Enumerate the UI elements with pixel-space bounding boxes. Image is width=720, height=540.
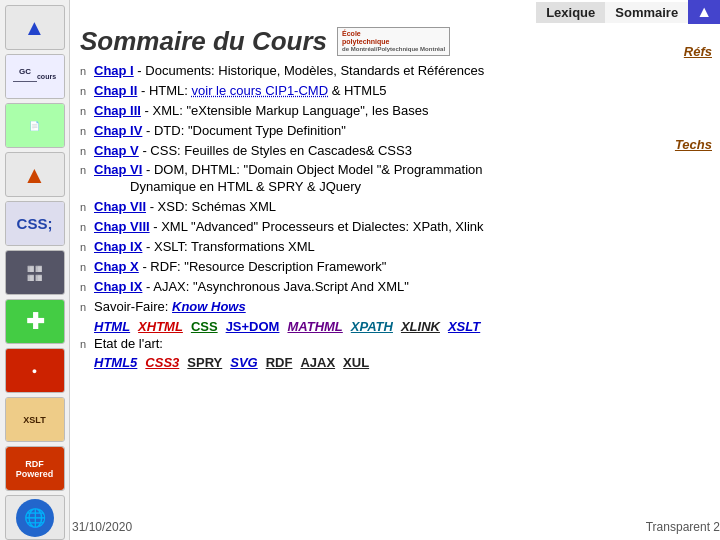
sidebar-item-triangle[interactable]: ▲ (5, 152, 65, 197)
chap6-link[interactable]: Chap VI (94, 162, 142, 177)
top-bar: Lexique Sommaire ▲ (536, 0, 720, 24)
bullet: n (80, 84, 88, 98)
tech-line-1: HTML XHTML CSS JS+DOM MATHML XPATH XLINK… (94, 319, 712, 334)
bullet: n (80, 64, 88, 78)
sidebar-item-layers[interactable]: ▦▦▦▦ (5, 250, 65, 295)
tech-mathml[interactable]: MATHML (287, 319, 342, 334)
oc-icon: GC―――cours (6, 54, 64, 99)
chap-line: Chap VII - XSD: Schémas XML (94, 199, 276, 216)
list-item: n Chap IX - XSLT: Transformations XML (80, 239, 712, 256)
bullet: n (80, 337, 88, 351)
red-icon: ● (6, 349, 64, 392)
list-item: n Chap IX - AJAX: "Asynchronous Java.Scr… (80, 279, 712, 296)
chap3-text: - XML: "eXtensible Markup Language", les… (145, 103, 429, 118)
page-title: Sommaire du Cours (80, 26, 327, 57)
sommaire-button[interactable]: Sommaire (605, 2, 688, 23)
savoir-text: Savoir-Faire: (94, 299, 172, 314)
tech-css[interactable]: CSS (191, 319, 218, 334)
css-icon: CSS; (6, 202, 64, 245)
polytechnique-logo: École polytechnique de Montréal/Polytech… (337, 27, 450, 57)
chap2-inline-link[interactable]: voir le cours CIP1-CMD (192, 83, 329, 98)
chap-line: Chap VI - DOM, DHTML: "Domain Object Mod… (94, 162, 483, 196)
list-item: n Chap X - RDF: "Resource Description Fr… (80, 259, 712, 276)
list-item: n Chap III - XML: "eXtensible Markup Lan… (80, 103, 712, 120)
list-item: n Chap VIII - XML "Advanced" Processeurs… (80, 219, 712, 236)
bullet: n (80, 280, 88, 294)
tech-xlink[interactable]: XLINK (401, 319, 440, 334)
list-item: n Savoir-Faire: Know Hows (80, 299, 712, 316)
chap-line: Chap IX - AJAX: "Asynchronous Java.Scrip… (94, 279, 409, 296)
tech-line-2: HTML5 CSS3 SPRY SVG RDF AJAX XUL (94, 355, 712, 370)
sidebar-item-red[interactable]: ● (5, 348, 65, 393)
chap-line: Chap X - RDF: "Resource Description Fram… (94, 259, 386, 276)
tech-html5[interactable]: HTML5 (94, 355, 137, 370)
bullet: n (80, 124, 88, 138)
tech-xul[interactable]: XUL (343, 355, 369, 370)
tech-rdf[interactable]: RDF (266, 355, 293, 370)
up-arrow-button[interactable]: ▲ (688, 0, 720, 24)
chap4-text: - DTD: "Document Type Definition" (146, 123, 346, 138)
sidebar-item-css[interactable]: CSS; (5, 201, 65, 246)
chap8-link[interactable]: Chap VIII (94, 219, 150, 234)
techs-badge[interactable]: Techs (675, 137, 712, 152)
chap9b-link[interactable]: Chap IX (94, 279, 142, 294)
chap8-text: - XML "Advanced" Processeurs et Dialecte… (153, 219, 483, 234)
chapter-list: n Chap I - Documents: Historique, Modèle… (80, 63, 712, 316)
list-item: n Chap IV - DTD: "Document Type Definiti… (80, 123, 712, 140)
doc-icon: 📄 (6, 104, 64, 147)
chap1-link[interactable]: Chap I (94, 63, 134, 78)
refs-badge[interactable]: Réfs (684, 44, 712, 59)
chap2-text: - HTML: (141, 83, 192, 98)
chap4-link[interactable]: Chap IV (94, 123, 142, 138)
chap2-link[interactable]: Chap II (94, 83, 137, 98)
chap-line: Chap VIII - XML "Advanced" Processeurs e… (94, 219, 484, 236)
footer: 31/10/2020 Transparent 2 (72, 520, 720, 534)
chap10-text: - RDF: "Resource Description Framework" (142, 259, 386, 274)
tech-ajax[interactable]: AJAX (300, 355, 335, 370)
tech-css3[interactable]: CSS3 (145, 355, 179, 370)
sidebar-item-plus[interactable]: ✚ (5, 299, 65, 344)
sidebar-item-rdf[interactable]: RDFPowered (5, 446, 65, 491)
globe-icon: 🌐 (16, 499, 54, 537)
main-content: Sommaire du Cours École polytechnique de… (72, 22, 720, 540)
chap9a-link[interactable]: Chap IX (94, 239, 142, 254)
list-item: n Chap VI - DOM, DHTML: "Domain Object M… (80, 162, 712, 196)
tech-xhtml[interactable]: XHTML (138, 319, 183, 334)
list-item: n Chap V - CSS: Feuilles de Styles en Ca… (80, 143, 712, 160)
sidebar-item-xslt[interactable]: XSLT (5, 397, 65, 442)
bullet: n (80, 300, 88, 314)
chap5-link[interactable]: Chap V (94, 143, 139, 158)
know-hows-link[interactable]: Know Hows (172, 299, 246, 314)
tech-html[interactable]: HTML (94, 319, 130, 334)
sidebar-item-globe[interactable]: 🌐 (5, 495, 65, 540)
chap3-link[interactable]: Chap III (94, 103, 141, 118)
lexique-button[interactable]: Lexique (536, 2, 605, 23)
bullet: n (80, 163, 88, 177)
sidebar-item-doc[interactable]: 📄 (5, 103, 65, 148)
chap-line: Chap IX - XSLT: Transformations XML (94, 239, 315, 256)
chap-line: Chap I - Documents: Historique, Modèles,… (94, 63, 484, 80)
bullet: n (80, 220, 88, 234)
tech-spry[interactable]: SPRY (187, 355, 222, 370)
layers-icon: ▦▦▦▦ (6, 251, 64, 294)
chap1-text: - Documents: Historique, Modèles, Standa… (137, 63, 484, 78)
list-item: n Chap I - Documents: Historique, Modèle… (80, 63, 712, 80)
tech-xslt[interactable]: XSLT (448, 319, 480, 334)
chap7-link[interactable]: Chap VII (94, 199, 146, 214)
bullet: n (80, 144, 88, 158)
title-row: Sommaire du Cours École polytechnique de… (80, 26, 712, 57)
tech-svg[interactable]: SVG (230, 355, 257, 370)
bullet: n (80, 200, 88, 214)
sidebar-item-oc[interactable]: GC―――cours (5, 54, 65, 99)
chap10-link[interactable]: Chap X (94, 259, 139, 274)
bullet: n (80, 260, 88, 274)
etat-art-text: Etat de l'art: (94, 336, 163, 353)
tech-xpath[interactable]: XPATH (351, 319, 393, 334)
chap-line: Chap III - XML: "eXtensible Markup Langu… (94, 103, 428, 120)
rdf-icon: RDFPowered (6, 447, 64, 490)
chap-line: Chap II - HTML: voir le cours CIP1-CMD &… (94, 83, 387, 100)
chap-line: Chap V - CSS: Feuilles de Styles en Casc… (94, 143, 412, 160)
tech-jsdom[interactable]: JS+DOM (226, 319, 280, 334)
list-item: n Chap II - HTML: voir le cours CIP1-CMD… (80, 83, 712, 100)
sidebar-item-arrow[interactable]: ▲ (5, 5, 65, 50)
